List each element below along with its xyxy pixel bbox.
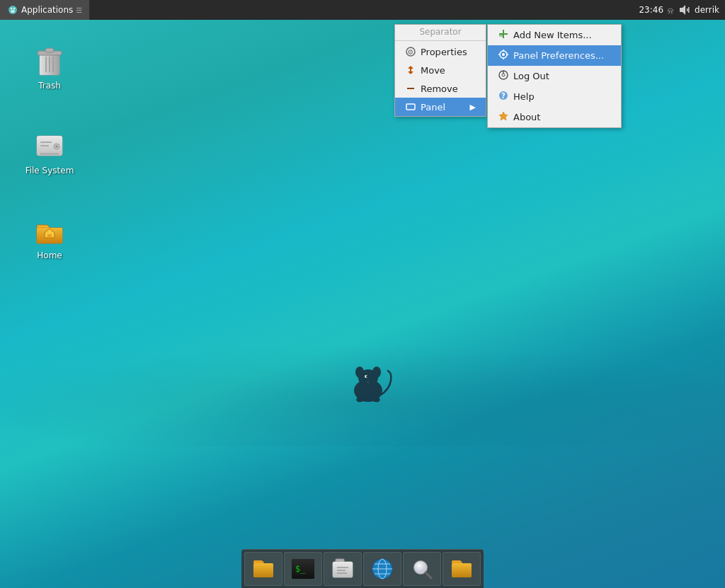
filesystem-icon [33, 129, 67, 163]
bottom-taskbar: $_ [241, 549, 484, 588]
submenu-item-panel-preferences[interactable]: Panel Preferences... [488, 45, 621, 66]
menu-item-properties[interactable]: ⚙ Properties [395, 42, 486, 61]
top-panel: Applications ☰ 23:46 ⍾ derrik [0, 0, 725, 20]
submenu-item-logout[interactable]: Log Out [488, 66, 621, 86]
trash-label: Trash [38, 81, 61, 91]
about-label: About [513, 112, 540, 122]
submenu-arrow-icon: ▶ [464, 103, 476, 112]
menu-separator-label: Separator [395, 25, 486, 39]
move-label: Move [421, 65, 445, 76]
svg-rect-35 [406, 104, 415, 110]
menu-item-panel[interactable]: Panel ▶ [395, 98, 486, 116]
taskbar-btn-folder2[interactable] [443, 552, 481, 586]
svg-rect-16 [40, 153, 59, 155]
menu-indicator: ☰ [76, 6, 82, 14]
desktop: Applications ☰ 23:46 ⍾ derrik [0, 0, 725, 588]
taskbar-btn-filemanager[interactable] [244, 552, 282, 586]
svg-rect-58 [333, 562, 353, 577]
move-icon [405, 64, 416, 76]
taskbar-btn-terminal[interactable]: $_ [284, 552, 322, 586]
svg-text:$_: $_ [295, 564, 306, 574]
menu-divider-top [395, 40, 486, 41]
properties-label: Properties [421, 47, 467, 57]
panel-preferences-label: Panel Preferences... [513, 50, 604, 61]
logout-icon [498, 69, 509, 83]
svg-point-3 [13, 8, 16, 10]
svg-point-25 [355, 367, 364, 378]
svg-point-28 [366, 376, 367, 377]
user-label: derrik [695, 5, 719, 15]
add-items-icon [498, 28, 509, 42]
svg-point-46 [502, 74, 505, 76]
bluetooth-icon[interactable]: ⍾ [668, 5, 673, 16]
menu-item-remove[interactable]: Remove [395, 79, 486, 98]
svg-rect-71 [452, 563, 472, 577]
svg-rect-19 [40, 142, 52, 143]
panel-icon [405, 101, 416, 113]
submenu: Add New Items... Panel Preferences... [487, 24, 622, 128]
svg-rect-10 [45, 48, 54, 52]
menu-item-move[interactable]: Move [395, 61, 486, 79]
svg-marker-4 [680, 5, 685, 15]
panel-left: Applications ☰ [0, 0, 633, 20]
taskbar-btn-browser[interactable] [363, 552, 401, 586]
logo-icon [7, 4, 18, 16]
taskbar-btn-search[interactable] [403, 552, 441, 586]
clock: 23:46 [639, 5, 663, 15]
panel-label: Panel [421, 102, 445, 113]
taskbar-btn-files[interactable] [324, 552, 362, 586]
mouse-mascot [340, 361, 396, 410]
svg-text:?: ? [501, 92, 506, 100]
filesystem-label: File System [25, 166, 74, 175]
desktop-icon-filesystem[interactable]: File System [21, 126, 78, 178]
svg-line-69 [426, 572, 431, 578]
svg-point-40 [502, 53, 505, 56]
svg-point-26 [372, 367, 381, 378]
properties-icon: ⚙ [405, 46, 416, 57]
svg-rect-20 [40, 145, 49, 146]
home-label: Home [37, 250, 62, 260]
svg-rect-6 [688, 7, 690, 13]
remove-label: Remove [421, 83, 458, 94]
svg-rect-22 [47, 234, 52, 238]
submenu-item-help[interactable]: ? Help [488, 86, 621, 107]
remove-icon [405, 83, 416, 94]
panel-right: 23:46 ⍾ derrik [633, 4, 725, 16]
desktop-icon-trash[interactable]: Trash [21, 41, 78, 93]
svg-rect-38 [499, 33, 503, 37]
svg-point-29 [367, 381, 370, 384]
help-label: Help [513, 91, 535, 102]
volume-icon[interactable] [678, 4, 690, 16]
submenu-item-add-new-items[interactable]: Add New Items... [488, 25, 621, 45]
trash-icon [33, 44, 67, 78]
applications-menu[interactable]: Applications ☰ [0, 0, 89, 20]
home-icon [33, 214, 67, 248]
panel-prefs-icon [498, 49, 509, 62]
svg-marker-50 [499, 112, 508, 120]
svg-rect-34 [407, 88, 414, 89]
logout-label: Log Out [513, 71, 549, 81]
svg-point-2 [11, 8, 13, 10]
svg-point-1 [11, 10, 15, 13]
svg-point-18 [56, 146, 58, 148]
desktop-icon-home[interactable]: Home [21, 211, 78, 263]
applications-label: Applications [21, 5, 73, 15]
about-icon [498, 110, 509, 124]
help-icon: ? [498, 90, 509, 103]
svg-text:⚙: ⚙ [408, 48, 414, 56]
add-new-items-label: Add New Items... [513, 30, 592, 40]
svg-rect-5 [687, 8, 688, 11]
submenu-item-about[interactable]: About [488, 107, 621, 127]
context-menu: Separator ⚙ Properties Move Remove [394, 24, 486, 117]
svg-rect-52 [253, 563, 273, 577]
